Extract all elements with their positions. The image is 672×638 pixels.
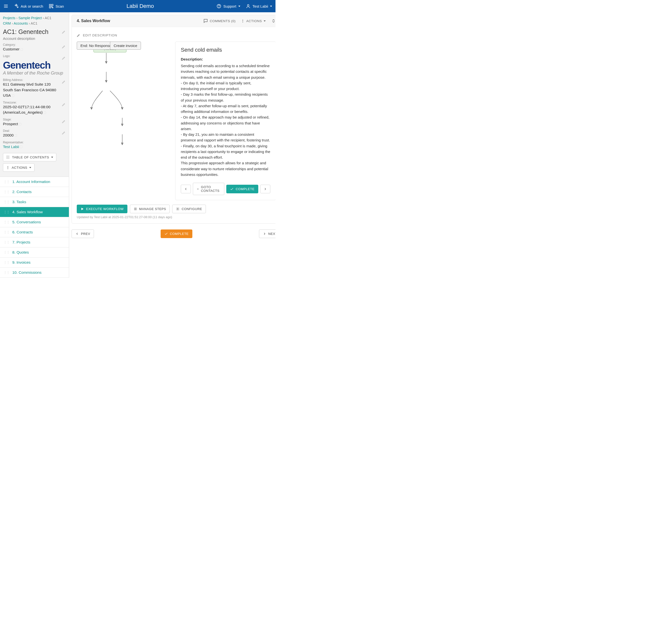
execute-workflow-button[interactable]: EXECUTE WORKFLOW bbox=[77, 205, 128, 213]
complete-label: COMPLETE bbox=[170, 232, 189, 236]
scan-button[interactable]: Scan bbox=[49, 4, 64, 9]
toc-button[interactable]: TABLE OF CONTENTS bbox=[3, 153, 56, 161]
edit-logo-button[interactable] bbox=[62, 56, 66, 61]
step-next-button[interactable] bbox=[260, 185, 270, 193]
next-button[interactable]: NEXT bbox=[259, 230, 275, 238]
svg-point-11 bbox=[7, 158, 7, 158]
rep-value[interactable]: Test Labii bbox=[3, 145, 19, 149]
updated-meta: Updated by Test Labii at 2025-01-22T01:5… bbox=[77, 215, 275, 219]
sparkle-icon bbox=[14, 4, 19, 9]
user-icon bbox=[246, 4, 251, 9]
crumb-accounts[interactable]: Accounts bbox=[14, 21, 28, 25]
comment-icon bbox=[203, 18, 208, 23]
toc-list: 1. Account Information 2. Contacts 3. Ta… bbox=[0, 177, 69, 278]
toc-item-invoices[interactable]: 9. Invoices bbox=[0, 257, 69, 268]
toc-label: 1. Account Information bbox=[12, 180, 50, 184]
prev-button[interactable]: PREV bbox=[71, 230, 94, 238]
desc-p2: - On day 0, the initial email is typical… bbox=[181, 80, 270, 92]
grip-icon[interactable] bbox=[3, 271, 9, 274]
crumb-ac1-2: AC1 bbox=[31, 21, 37, 25]
next-label: NEXT bbox=[268, 232, 275, 236]
toc-item-account-info[interactable]: 1. Account Information bbox=[0, 177, 69, 187]
support-button[interactable]: Support bbox=[216, 4, 240, 9]
comments-button[interactable]: COMMENTS (0) bbox=[203, 18, 236, 23]
category-value: Customer bbox=[3, 47, 19, 51]
manage-steps-button[interactable]: MANAGE STEPS bbox=[130, 205, 170, 213]
crumb-sample-project[interactable]: Sample Project bbox=[18, 16, 42, 20]
grip-icon[interactable] bbox=[3, 210, 9, 214]
ask-search-button[interactable]: Ask or search bbox=[14, 4, 43, 9]
chevron-down-icon bbox=[264, 20, 266, 22]
svg-point-24 bbox=[177, 208, 178, 209]
chevron-down-icon bbox=[270, 6, 272, 7]
panel-actions-button[interactable]: ⋮ ACTIONS bbox=[241, 19, 266, 23]
toc-label: 2. Contacts bbox=[12, 190, 32, 194]
copy-icon[interactable] bbox=[19, 123, 21, 125]
step-prev-button[interactable] bbox=[181, 185, 191, 193]
toc-item-sales-workflow[interactable]: 4. Sales Workflow bbox=[0, 207, 69, 217]
copy-icon[interactable] bbox=[44, 112, 46, 114]
toc-item-commissions[interactable]: 10. Commissions bbox=[0, 268, 69, 278]
edit-category-button[interactable] bbox=[62, 45, 66, 50]
toc-label: 9. Invoices bbox=[12, 260, 31, 265]
edit-deal-button[interactable] bbox=[62, 131, 66, 136]
timezone-label: Timezone: bbox=[3, 101, 66, 104]
deal-value: 20000 bbox=[3, 133, 14, 137]
app-title: Labii Demo bbox=[127, 3, 154, 9]
grip-icon[interactable] bbox=[3, 230, 9, 234]
grip-icon[interactable] bbox=[3, 220, 9, 224]
sidebar: Projects › Sample Project › AC1 CRM › Ac… bbox=[0, 12, 69, 278]
grip-icon[interactable] bbox=[3, 261, 9, 264]
toc-item-conversations[interactable]: 5. Conversations bbox=[0, 217, 69, 227]
address-value: 611 Gateway blvd Suite 120 South San Fra… bbox=[3, 82, 56, 97]
copy-icon[interactable] bbox=[20, 48, 23, 51]
edit-stage-button[interactable] bbox=[62, 119, 66, 124]
grip-icon[interactable] bbox=[3, 250, 9, 254]
crumb-projects[interactable]: Projects bbox=[3, 16, 16, 20]
grip-icon[interactable] bbox=[3, 190, 9, 194]
panel-title: 4. Sales Workflow bbox=[77, 19, 110, 23]
logo-text: Genentech bbox=[3, 60, 66, 70]
node-label: End: No Response bbox=[81, 44, 112, 48]
grip-icon[interactable] bbox=[3, 180, 9, 184]
logo-image: Genentech A Member of the Roche Group bbox=[3, 60, 66, 76]
grip-icon[interactable] bbox=[3, 240, 9, 244]
desc-p1: Sending cold emails according to a sched… bbox=[181, 63, 270, 80]
svg-rect-4 bbox=[51, 4, 53, 6]
chevron-down-icon bbox=[51, 157, 53, 158]
logo-label: Logo: bbox=[3, 54, 66, 58]
menu-icon[interactable] bbox=[3, 4, 9, 9]
topbar: Ask or search Scan Labii Demo Support Te… bbox=[0, 0, 275, 12]
toc-item-contacts[interactable]: 2. Contacts bbox=[0, 187, 69, 197]
grip-icon[interactable] bbox=[3, 200, 9, 204]
copy-icon[interactable] bbox=[12, 95, 14, 97]
toc-item-projects[interactable]: 7. Projects bbox=[0, 237, 69, 248]
edit-timezone-button[interactable] bbox=[62, 102, 66, 107]
desc-p7: - Finally, on day 30, a final touchpoint… bbox=[181, 143, 270, 161]
toc-item-quotes[interactable]: 8. Quotes bbox=[0, 248, 69, 257]
user-menu-button[interactable]: Test Labii bbox=[246, 4, 272, 9]
desc-p3: - Day 3 marks the first follow-up, remin… bbox=[181, 91, 270, 103]
toc-item-contracts[interactable]: 6. Contracts bbox=[0, 227, 69, 237]
crumb-ac1: AC1 bbox=[45, 16, 51, 20]
toc-button-label: TABLE OF CONTENTS bbox=[12, 155, 49, 159]
node-create-invoice[interactable]: Create invoice bbox=[110, 41, 141, 50]
crumb-crm[interactable]: CRM bbox=[3, 21, 11, 25]
node-end-no-response[interactable]: End: No Response bbox=[77, 41, 115, 50]
configure-button[interactable]: CONFIGURE bbox=[172, 205, 206, 213]
goto-contacts-button[interactable]: GOTO CONTACTS bbox=[193, 183, 224, 195]
stage-label: Stage: bbox=[3, 118, 66, 121]
edit-title-button[interactable] bbox=[62, 28, 66, 35]
copy-icon[interactable] bbox=[15, 134, 17, 137]
actions-button[interactable]: ⋮ ACTIONS bbox=[3, 163, 34, 172]
copy-icon[interactable] bbox=[20, 146, 22, 148]
toc-item-tasks[interactable]: 3. Tasks bbox=[0, 197, 69, 207]
collapse-icon[interactable] bbox=[271, 18, 275, 23]
toc-label: 3. Tasks bbox=[12, 200, 26, 204]
main: 4. Sales Workflow COMMENTS (0) ⋮ ACTIONS bbox=[69, 12, 275, 278]
edit-description-button[interactable]: EDIT DESCRIPTION bbox=[77, 33, 275, 37]
step-complete-button[interactable]: COMPLETE bbox=[226, 185, 258, 193]
logo-subtext: A Member of the Roche Group bbox=[3, 71, 66, 76]
complete-button[interactable]: COMPLETE bbox=[161, 230, 192, 238]
edit-address-button[interactable] bbox=[62, 80, 66, 85]
